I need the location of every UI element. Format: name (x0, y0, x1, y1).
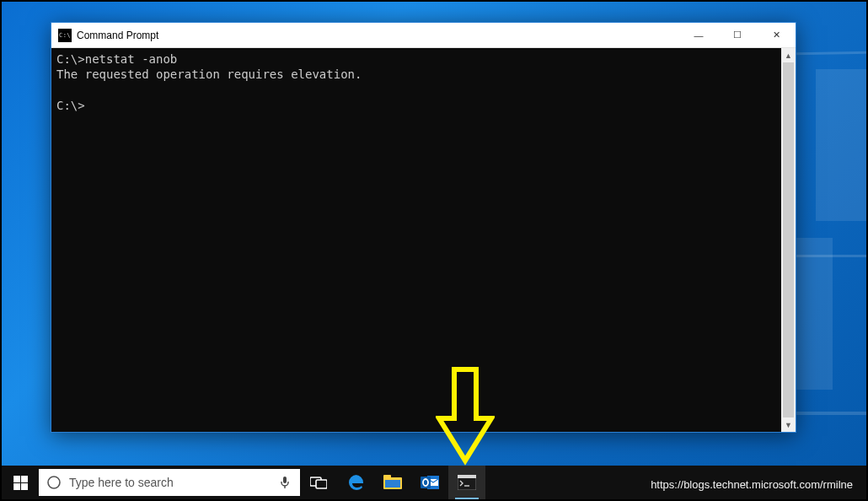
svg-rect-6 (383, 475, 391, 479)
svg-rect-1 (283, 477, 287, 483)
svg-rect-13 (458, 475, 476, 478)
outlook-button[interactable] (411, 466, 448, 499)
search-box[interactable]: Type here to search (39, 469, 300, 496)
edge-button[interactable] (337, 466, 374, 499)
microphone-icon[interactable] (278, 476, 292, 489)
console-output[interactable]: C:\>netstat -anob The requested operatio… (51, 48, 781, 432)
svg-rect-4 (316, 480, 327, 488)
watermark-text: https://blogs.technet.microsoft.com/rmil… (651, 478, 853, 491)
scrollbar[interactable]: ▲ ▼ (781, 48, 796, 432)
titlebar[interactable]: C:\ Command Prompt — ☐ ✕ (51, 23, 796, 48)
command-prompt-window[interactable]: C:\ Command Prompt — ☐ ✕ C:\>netstat -an… (51, 22, 796, 433)
start-button[interactable] (2, 466, 39, 499)
bg-stripe (816, 69, 866, 221)
close-button[interactable]: ✕ (757, 23, 796, 48)
folder-icon (383, 475, 402, 490)
scroll-thumb[interactable] (783, 62, 794, 418)
svg-rect-10 (421, 477, 431, 488)
edge-icon (346, 473, 365, 492)
outlook-icon (421, 474, 439, 491)
cmd-taskbar-icon (458, 475, 476, 490)
cmd-taskbar-button[interactable] (448, 466, 485, 499)
cortana-icon (46, 474, 62, 491)
minimize-button[interactable]: — (679, 23, 718, 48)
svg-rect-7 (385, 480, 400, 488)
task-view-button[interactable] (300, 466, 337, 499)
svg-point-0 (48, 477, 60, 488)
window-title: Command Prompt (77, 30, 158, 41)
task-view-icon (310, 476, 327, 489)
windows-logo-icon (13, 475, 28, 489)
scroll-track[interactable] (781, 62, 796, 418)
scroll-down-button[interactable]: ▼ (781, 418, 796, 432)
file-explorer-button[interactable] (374, 466, 411, 499)
scroll-up-button[interactable]: ▲ (781, 48, 796, 62)
maximize-button[interactable]: ☐ (718, 23, 757, 48)
search-placeholder: Type here to search (69, 476, 278, 489)
desktop: C:\ Command Prompt — ☐ ✕ C:\>netstat -an… (2, 2, 866, 499)
cmd-icon: C:\ (58, 29, 72, 42)
